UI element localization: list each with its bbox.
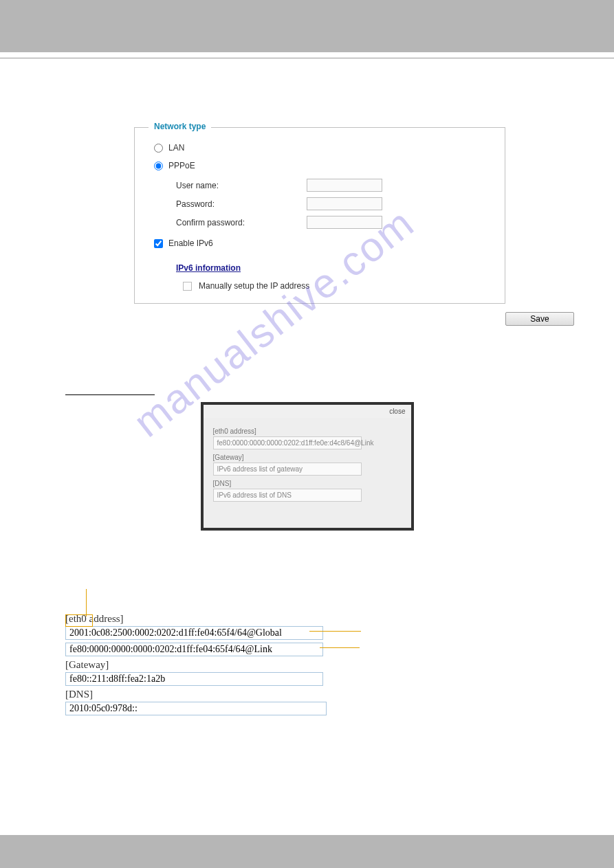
username-input[interactable] — [307, 179, 382, 192]
footer-band — [0, 835, 614, 868]
password-row: Password: — [176, 197, 491, 210]
enable-ipv6-row[interactable]: Enable IPv6 — [154, 238, 491, 248]
popup-close[interactable]: close — [204, 405, 411, 418]
popup-dns-value: IPv6 address list of DNS — [213, 489, 362, 502]
detail-dns-value[interactable] — [65, 702, 327, 715]
enable-ipv6-label: Enable IPv6 — [168, 238, 213, 248]
ipv6-detail-block: [eth0 address] [Gateway] [DNS] — [65, 613, 549, 715]
save-row: Save — [134, 312, 574, 326]
detail-addr-link[interactable] — [65, 643, 323, 656]
popup-gateway-value: IPv6 address list of gateway — [213, 463, 362, 476]
save-button[interactable]: Save — [505, 312, 574, 326]
confirm-password-row: Confirm password: — [176, 216, 491, 229]
callout-line-1 — [309, 631, 361, 632]
network-type-fieldset: Network type LAN PPPoE User name: Passwo… — [134, 127, 505, 304]
pppoe-radio-row[interactable]: PPPoE — [154, 161, 491, 170]
detail-gateway-label: [Gateway] — [65, 659, 549, 671]
pppoe-radio[interactable] — [154, 162, 163, 170]
password-label: Password: — [176, 199, 307, 209]
username-label: User name: — [176, 181, 307, 190]
popup-eth0-value: fe80:0000:0000:0000:0202:d1ff:fe0e:d4c8/… — [213, 436, 362, 449]
detail-addr-global[interactable] — [65, 626, 323, 640]
popup-dns-label: [DNS] — [213, 480, 402, 487]
header-band — [0, 0, 614, 52]
detail-dns-label: [DNS] — [65, 689, 549, 700]
detail-gateway-value[interactable] — [65, 672, 323, 686]
popup-gateway-label: [Gateway] — [213, 454, 402, 461]
section-underline — [65, 394, 155, 395]
fieldset-legend: Network type — [149, 122, 211, 131]
manual-setup-row[interactable]: Manually setup the IP address — [183, 281, 491, 291]
lan-radio[interactable] — [154, 144, 163, 153]
manual-setup-label: Manually setup the IP address — [199, 281, 309, 291]
lan-radio-row[interactable]: LAN — [154, 143, 491, 153]
confirm-password-input[interactable] — [307, 216, 382, 229]
popup-eth0-label: [eth0 address] — [213, 427, 402, 435]
username-row: User name: — [176, 179, 491, 192]
manual-setup-checkbox[interactable] — [183, 282, 192, 291]
callout-vertical-line — [86, 589, 87, 616]
ipv6-info-popup: close [eth0 address] fe80:0000:0000:0000… — [201, 402, 414, 531]
enable-ipv6-checkbox[interactable] — [154, 239, 163, 248]
confirm-password-label: Confirm password: — [176, 218, 307, 227]
pppoe-label: PPPoE — [168, 161, 195, 170]
ipv6-info-link[interactable]: IPv6 information — [176, 263, 491, 273]
detail-eth0-label: [eth0 address] — [65, 613, 549, 625]
password-input[interactable] — [307, 197, 382, 210]
callout-line-2 — [320, 647, 360, 648]
lan-label: LAN — [168, 143, 184, 153]
